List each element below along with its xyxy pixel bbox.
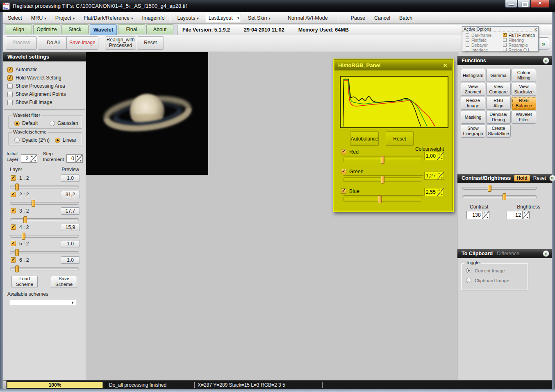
histogram-button[interactable]: Histogram — [461, 69, 485, 82]
flatfield-checkbox[interactable] — [466, 38, 469, 42]
hold-wavelet-setting-checkbox[interactable] — [7, 75, 13, 81]
process-button[interactable]: Process — [6, 36, 37, 50]
layer-2-checkbox[interactable] — [11, 192, 16, 197]
view-compare-button[interactable]: View Compare — [486, 83, 511, 96]
slider-thumb[interactable] — [503, 193, 506, 200]
step-increment-spinner[interactable]: 0 — [66, 154, 83, 163]
spinner-arrows-icon[interactable] — [437, 188, 444, 196]
layer-6-slider[interactable] — [10, 267, 79, 270]
difference-button[interactable]: Difference — [497, 251, 519, 256]
toolbar-overflow-button[interactable] — [538, 37, 549, 50]
slider-thumb[interactable] — [15, 249, 19, 256]
title-bar[interactable]: Registax processing TIFs: C:\100CANON\01… — [0, 0, 555, 12]
region-oi-checkbox[interactable] — [503, 48, 507, 52]
show-full-image-checkbox[interactable] — [7, 100, 13, 105]
minimize-button[interactable] — [505, 0, 517, 8]
red-weight-slider[interactable] — [343, 158, 421, 162]
contrast-slider[interactable] — [462, 187, 537, 190]
collapse-chevron-icon[interactable] — [543, 57, 549, 64]
spinner-arrows-icon[interactable] — [437, 172, 444, 179]
menu-pause[interactable]: Pause — [346, 12, 370, 23]
layer-3-slider[interactable] — [10, 218, 79, 221]
save-scheme-button[interactable]: Save Scheme — [51, 276, 77, 288]
menu-mru[interactable]: MRU — [27, 12, 51, 23]
collapse-chevron-icon[interactable] — [543, 250, 549, 257]
slider-thumb[interactable] — [381, 176, 384, 184]
layer-4-preview-value[interactable]: 15,9 — [61, 224, 80, 231]
autobalance-button[interactable]: Autobalance — [350, 131, 379, 146]
menu-layouts[interactable]: Layouts — [173, 12, 203, 23]
menu-project[interactable]: Project — [51, 12, 79, 23]
create-stackslice-button[interactable]: Create StackSlice — [486, 125, 511, 138]
red-weight-spinner[interactable]: 1,00 — [424, 152, 444, 160]
slider-thumb[interactable] — [32, 200, 35, 207]
green-checkbox[interactable] — [341, 169, 346, 174]
slider-thumb[interactable] — [15, 265, 19, 272]
collapse-chevron-icon[interactable] — [549, 175, 555, 181]
resize-image-button[interactable]: Resize Image — [461, 97, 485, 110]
spinner-arrows-icon[interactable] — [522, 211, 529, 219]
spinner-arrows-icon[interactable] — [75, 155, 82, 162]
scheme-linear-option[interactable]: Linear — [55, 137, 82, 143]
menu-batch[interactable]: Batch — [395, 12, 417, 23]
tab-optimize[interactable]: Optimize — [33, 24, 60, 34]
histo-panel-titlebar[interactable]: HistoRGB_Panel — [334, 60, 452, 70]
layer-3-checkbox[interactable] — [11, 208, 16, 213]
denoise-dering-button[interactable]: Denoise/ Dering — [486, 111, 511, 124]
interlace-checkbox[interactable] — [466, 48, 469, 52]
menu-flat-dark-reference[interactable]: Flat/Dark/Reference — [79, 12, 137, 23]
save-image-button[interactable]: Save image — [66, 36, 98, 50]
menu-cancel[interactable]: Cancel — [370, 12, 395, 23]
layer-3-preview-value[interactable]: 17,7 — [61, 207, 80, 215]
close-button[interactable] — [530, 0, 549, 8]
tab-about[interactable]: About — [146, 24, 173, 34]
current-image-option[interactable]: Current Image — [466, 268, 528, 273]
green-weight-slider[interactable] — [343, 177, 421, 182]
red-checkbox[interactable] — [341, 149, 346, 154]
menu-imageinfo[interactable]: Imageinfo — [138, 12, 169, 23]
slider-thumb[interactable] — [15, 184, 19, 190]
wavelet-filter-button[interactable]: Wavelet Filter — [512, 111, 536, 124]
show-alignment-points-checkbox[interactable] — [7, 92, 13, 97]
tab-wavelet[interactable]: Wavelet — [90, 24, 117, 35]
layer-6-checkbox[interactable] — [11, 257, 16, 263]
slider-thumb[interactable] — [378, 195, 382, 203]
layer-5-slider[interactable] — [10, 251, 79, 254]
tab-stack[interactable]: Stack — [61, 24, 89, 34]
layer-6-preview-value[interactable]: 1.0 — [61, 256, 80, 264]
layer-5-checkbox[interactable] — [11, 241, 16, 246]
rgb-align-button[interactable]: RGB Align — [486, 97, 511, 110]
initial-layer-spinner[interactable]: 2 — [21, 154, 37, 163]
filter-gaussian-option[interactable]: Gaussian — [50, 120, 82, 126]
blue-weight-spinner[interactable]: 2,55 — [424, 188, 444, 196]
fit-tif-stretch-checkbox[interactable] — [503, 33, 507, 37]
tab-final[interactable]: Final — [118, 24, 145, 34]
clipboard-image-option[interactable]: Clipboard Image — [466, 278, 528, 283]
rgb-balance-button[interactable]: RGB Balance — [512, 97, 536, 110]
view-zoomed-button[interactable]: View Zoomed — [461, 83, 485, 96]
menu-set-skin[interactable]: Set Skin — [243, 12, 275, 23]
hold-button[interactable]: Hold — [514, 175, 530, 181]
slider-thumb[interactable] — [22, 233, 25, 240]
layer-4-checkbox[interactable] — [11, 224, 16, 230]
masking-button[interactable]: Masking — [461, 111, 485, 124]
layer-2-slider[interactable] — [10, 202, 79, 205]
contrast-spinner[interactable]: 138 — [466, 211, 489, 219]
layer-1-slider[interactable] — [10, 186, 79, 188]
filtering-checkbox[interactable] — [503, 38, 507, 42]
show-processing-area-checkbox[interactable] — [7, 84, 13, 89]
gamma-button[interactable]: Gamma — [486, 69, 511, 82]
available-schemes-combobox[interactable] — [10, 299, 76, 306]
slider-thumb[interactable] — [23, 216, 27, 223]
brightness-spinner[interactable]: 12 — [507, 211, 530, 219]
histo-reset-button[interactable]: Reset — [386, 131, 414, 146]
reset-button[interactable]: Reset — [137, 36, 164, 50]
do-all-button[interactable]: Do All — [38, 36, 69, 50]
automatic-checkbox[interactable] — [7, 67, 13, 73]
colour-mixing-button[interactable]: Colour Mixing — [512, 69, 536, 82]
layer-5-preview-value[interactable]: 1.0 — [61, 240, 80, 247]
debayer-checkbox[interactable] — [466, 43, 469, 47]
realign-with-processed-button[interactable]: Realign_with Processed — [105, 36, 136, 50]
layout-combobox[interactable]: LastLayout — [206, 14, 241, 22]
menu-select[interactable]: Select — [3, 12, 27, 23]
